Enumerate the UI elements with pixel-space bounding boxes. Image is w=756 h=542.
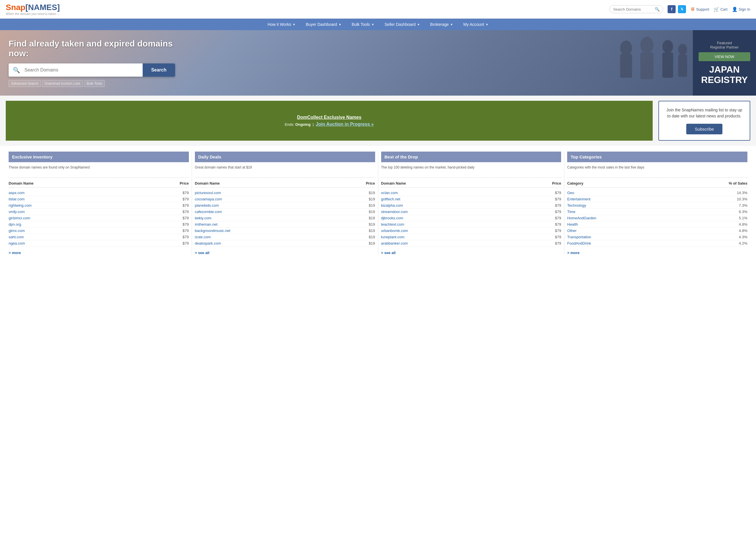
join-auction-link[interactable]: Join Auction in Progress » — [316, 122, 374, 127]
category-link[interactable]: HomeAndGarden — [567, 216, 596, 220]
exclusive-more-link[interactable]: > more — [9, 251, 189, 255]
domain-link[interactable]: saht.com — [9, 235, 24, 239]
category-link[interactable]: Time — [567, 210, 575, 214]
category-link[interactable]: Transportation — [567, 235, 591, 239]
header-search-box[interactable]: 🔍 — [609, 5, 663, 13]
nav-how-it-works[interactable]: How it Works ▼ — [262, 19, 301, 30]
daily-deals-list: picturesoul.com$19cocoamaya.com$19planeb… — [195, 190, 375, 247]
svg-rect-5 — [662, 53, 673, 78]
support-link[interactable]: 🖥 Support — [690, 7, 709, 12]
list-item: Entertainment10.3% — [567, 196, 747, 202]
hero-search-input[interactable] — [24, 63, 143, 77]
category-link[interactable]: Other — [567, 229, 577, 233]
cart-link[interactable]: 🛒 Cart — [714, 7, 728, 12]
list-item: arabbanker.com$79 — [381, 240, 561, 247]
hero-people-decoration — [604, 30, 690, 96]
header-search-input[interactable] — [613, 7, 653, 11]
list-item: Time6.3% — [567, 209, 747, 215]
domain-link[interactable]: planebids.com — [195, 203, 219, 208]
category-link[interactable]: Geo — [567, 191, 574, 195]
hero-search-bar[interactable]: 🔍 Search — [9, 63, 175, 77]
signin-link[interactable]: 👤 Sign In — [732, 7, 750, 12]
download-auction-link[interactable]: Download Auction Lists — [42, 80, 83, 87]
domain-link[interactable]: imtheman.net — [195, 222, 218, 227]
logo[interactable]: Snap[NAMES] — [6, 3, 60, 12]
domain-link[interactable]: gtmx.com — [9, 229, 25, 233]
category-pct: 4.8% — [739, 222, 747, 227]
svg-point-6 — [678, 44, 687, 55]
list-item: rightwing.com$79 — [9, 202, 189, 209]
domain-link[interactable]: ngea.com — [9, 241, 25, 245]
daily-deals-header: Daily Deals — [195, 152, 375, 162]
domain-link[interactable]: tuneplant.com — [381, 235, 405, 239]
domain-link[interactable]: streamdoor.com — [381, 210, 408, 214]
domain-link[interactable]: backgroundmusic.net — [195, 229, 230, 233]
list-item: dpn.org$79 — [9, 221, 189, 228]
domain-price: $79 — [183, 197, 189, 201]
domain-link[interactable]: cafezombie.com — [195, 210, 222, 214]
top-categories-more-link[interactable]: > more — [567, 251, 747, 255]
domain-link[interactable]: dealsspark.com — [195, 241, 221, 245]
col-domain-label: Domain Name — [195, 181, 220, 185]
main-content: Exclusive Inventory These domain names a… — [0, 146, 756, 261]
svg-point-2 — [640, 37, 654, 53]
domain-link[interactable]: bekiy.com — [195, 216, 212, 220]
domain-price: $19 — [369, 210, 375, 214]
search-icon[interactable]: 🔍 — [655, 7, 660, 11]
domain-link[interactable]: arabbanker.com — [381, 241, 408, 245]
japan-registry-text: JAPANREGISTRY — [701, 65, 748, 85]
hero-section: Find already taken and expired domains n… — [0, 30, 756, 96]
domain-link[interactable]: cocoamaya.com — [195, 197, 222, 201]
domain-link[interactable]: teachtext.com — [381, 222, 404, 227]
domain-link[interactable]: aspx.com — [9, 191, 25, 195]
nav-brokerage[interactable]: Brokerage ▼ — [425, 19, 458, 30]
featured-partner-panel: FeaturedRegistrar Partner VIEW NOW JAPAN… — [693, 30, 756, 96]
domain-link[interactable]: golftech.net — [381, 197, 400, 201]
hero-search-button[interactable]: Search — [143, 63, 175, 77]
domain-link[interactable]: izute.com — [195, 235, 211, 239]
daily-deals-col-headers: Domain Name Price — [195, 181, 375, 187]
category-link[interactable]: FoodAndDrink — [567, 241, 591, 245]
daily-deals-more-link[interactable]: > see all — [195, 251, 375, 255]
nav-bulk-tools[interactable]: Bulk Tools ▼ — [346, 19, 379, 30]
header-right: 🔍 f 𝕏 🖥 Support 🛒 Cart 👤 Sign In — [609, 5, 750, 13]
domain-link[interactable]: djbrooks.com — [381, 216, 403, 220]
domain-link[interactable]: rightwing.com — [9, 203, 32, 208]
facebook-icon[interactable]: f — [668, 5, 676, 13]
hero-content: Find already taken and expired domains n… — [0, 30, 201, 96]
nav-my-account[interactable]: My Account ▼ — [458, 19, 493, 30]
advanced-search-link[interactable]: Advanced Search — [9, 80, 41, 87]
domain-price: $19 — [369, 229, 375, 233]
list-item: streamdoor.com$79 — [381, 209, 561, 215]
twitter-icon[interactable]: 𝕏 — [678, 5, 686, 13]
chevron-down-icon: ▼ — [338, 23, 341, 26]
chevron-down-icon: ▼ — [293, 23, 296, 26]
featured-label: FeaturedRegistrar Partner — [710, 41, 739, 49]
list-item: girisimci.com$79 — [9, 215, 189, 221]
category-link[interactable]: Technology — [567, 203, 586, 208]
domain-link[interactable]: bizalpha.com — [381, 203, 403, 208]
subscribe-button[interactable]: Subscribe — [686, 124, 723, 134]
best-of-drop-more-link[interactable]: > see all — [381, 251, 561, 255]
auction-name-link[interactable]: DomCollect Exclusive Names — [297, 115, 361, 120]
domain-link[interactable]: girisimci.com — [9, 216, 30, 220]
category-link[interactable]: Entertainment — [567, 197, 590, 201]
col-price-label: Price — [180, 181, 189, 185]
bulk-tools-link[interactable]: Bulk Tools — [84, 80, 105, 87]
domain-link[interactable]: picturesoul.com — [195, 191, 221, 195]
nav-seller-dashboard[interactable]: Seller Dashboard ▼ — [379, 19, 425, 30]
domain-link[interactable]: itstar.com — [9, 197, 25, 201]
domain-link[interactable]: dpn.org — [9, 222, 21, 227]
best-of-drop-panel: Best of the Drop The top 100 deleting na… — [378, 152, 565, 255]
view-now-button[interactable]: VIEW NOW — [699, 52, 750, 61]
domain-price: $19 — [369, 216, 375, 220]
domain-link[interactable]: vclan.com — [381, 191, 398, 195]
top-categories-desc: Categories with the most sales in the la… — [567, 165, 747, 178]
domain-link[interactable]: vmfp.com — [9, 210, 25, 214]
signin-label: Sign In — [739, 7, 750, 11]
domain-link[interactable]: urbanbomb.com — [381, 229, 408, 233]
nav-buyer-dashboard[interactable]: Buyer Dashboard ▼ — [301, 19, 346, 30]
cart-label: Cart — [720, 7, 728, 11]
category-link[interactable]: Health — [567, 222, 578, 227]
category-pct: 5.1% — [739, 216, 747, 220]
